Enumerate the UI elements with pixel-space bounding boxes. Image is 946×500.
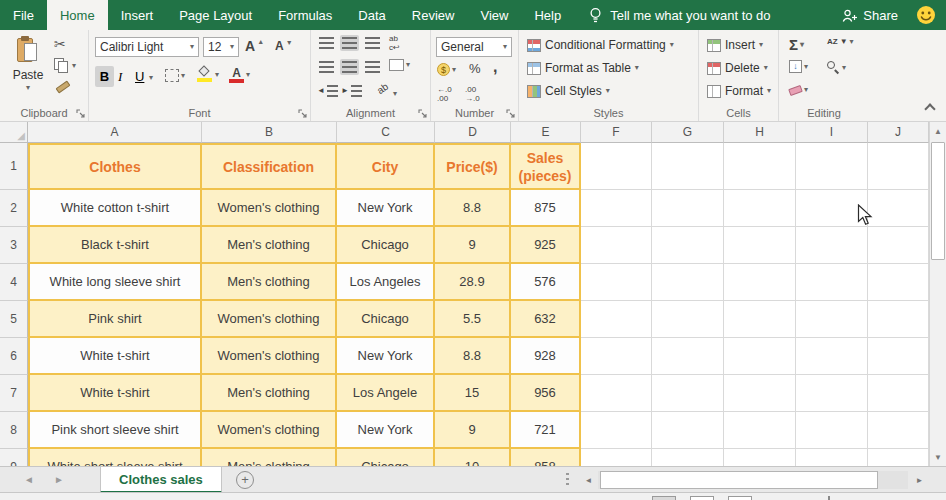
cell-F3[interactable]: [581, 227, 652, 264]
cell-C5[interactable]: Chicago: [337, 301, 435, 338]
cell-H6[interactable]: [724, 338, 796, 375]
cell-H1[interactable]: [724, 143, 796, 190]
fill-color-button[interactable]: ▾: [197, 67, 219, 82]
cell-F4[interactable]: [581, 264, 652, 301]
cell-B8[interactable]: Women's clothing: [202, 412, 337, 449]
vertical-scroll-thumb[interactable]: [931, 142, 945, 260]
center-button[interactable]: [340, 59, 359, 75]
cell-A4[interactable]: White long sleeve shirt: [28, 264, 202, 301]
number-dialog-launcher[interactable]: [506, 109, 515, 118]
font-name-select[interactable]: Calibri Light▾: [95, 37, 199, 57]
cell-E9[interactable]: 858: [511, 449, 581, 466]
smiley-icon[interactable]: [916, 5, 936, 25]
cell-A9[interactable]: White short sleeve shirt: [28, 449, 202, 466]
cell-C1[interactable]: City: [337, 143, 435, 190]
cell-C3[interactable]: Chicago: [337, 227, 435, 264]
zoom-slider[interactable]: [828, 496, 830, 500]
alignment-dialog-launcher[interactable]: [418, 109, 427, 118]
col-header-E[interactable]: E: [511, 122, 581, 143]
font-size-select[interactable]: 12▾: [203, 37, 239, 57]
number-format-select[interactable]: General▾: [436, 37, 512, 57]
row-header-1[interactable]: 1: [0, 143, 28, 190]
cell-J1[interactable]: [868, 143, 929, 190]
cell-C8[interactable]: New York: [337, 412, 435, 449]
cell-I3[interactable]: [796, 227, 868, 264]
format-cells-button[interactable]: Format▾: [707, 84, 771, 98]
cell-E3[interactable]: 925: [511, 227, 581, 264]
cell-D1[interactable]: Price($): [435, 143, 511, 190]
cell-F6[interactable]: [581, 338, 652, 375]
wrap-text-button[interactable]: abc↩: [389, 35, 400, 53]
cell-A5[interactable]: Pink shirt: [28, 301, 202, 338]
ribbon-tab-data[interactable]: Data: [345, 0, 398, 30]
row-header-5[interactable]: 5: [0, 301, 28, 338]
copy-button[interactable]: ▾: [54, 58, 76, 74]
cell-J4[interactable]: [868, 264, 929, 301]
new-sheet-button[interactable]: +: [236, 471, 254, 489]
paste-button[interactable]: Paste ▾: [8, 36, 48, 92]
increase-indent-button[interactable]: ►: [341, 85, 362, 97]
cell-F2[interactable]: [581, 190, 652, 227]
cell-H4[interactable]: [724, 264, 796, 301]
col-header-A[interactable]: A: [28, 122, 202, 143]
cell-A2[interactable]: White cotton t-shirt: [28, 190, 202, 227]
cell-J8[interactable]: [868, 412, 929, 449]
cell-B9[interactable]: Men's clothing: [202, 449, 337, 466]
accounting-format-button[interactable]: $▾: [437, 63, 456, 76]
cell-A8[interactable]: Pink short sleeve shirt: [28, 412, 202, 449]
cell-J3[interactable]: [868, 227, 929, 264]
autosum-button[interactable]: Σ▾: [789, 36, 804, 53]
bold-button[interactable]: B: [95, 66, 114, 87]
clear-button[interactable]: ▾: [789, 86, 808, 94]
col-header-D[interactable]: D: [435, 122, 511, 143]
cell-A1[interactable]: Clothes: [28, 143, 202, 190]
cell-B7[interactable]: Men's clothing: [202, 375, 337, 412]
cell-D2[interactable]: 8.8: [435, 190, 511, 227]
cell-B1[interactable]: Classification: [202, 143, 337, 190]
cell-G9[interactable]: [652, 449, 724, 466]
row-header-9[interactable]: 9: [0, 449, 28, 466]
sort-filter-button[interactable]: AZ▼▾: [827, 38, 854, 47]
top-align-button[interactable]: [319, 37, 334, 49]
hscroll-left-button[interactable]: ◄: [580, 470, 597, 490]
cell-styles-button[interactable]: Cell Styles▾: [527, 84, 610, 98]
cell-C6[interactable]: New York: [337, 338, 435, 375]
sheet-nav-right-icon[interactable]: ►: [54, 474, 64, 485]
find-select-button[interactable]: ▾: [827, 61, 846, 74]
row-header-6[interactable]: 6: [0, 338, 28, 375]
scroll-down-button[interactable]: ▼: [930, 449, 946, 465]
italic-button[interactable]: I: [118, 66, 132, 87]
normal-view-button[interactable]: [652, 496, 676, 500]
cell-B2[interactable]: Women's clothing: [202, 190, 337, 227]
decrease-decimal-button[interactable]: .00→.0: [465, 86, 480, 104]
cell-H2[interactable]: [724, 190, 796, 227]
cell-D7[interactable]: 15: [435, 375, 511, 412]
col-header-F[interactable]: F: [581, 122, 652, 143]
middle-align-button[interactable]: [340, 35, 359, 51]
col-header-H[interactable]: H: [724, 122, 796, 143]
cell-I7[interactable]: [796, 375, 868, 412]
collapse-ribbon-icon[interactable]: [924, 103, 935, 114]
align-right-button[interactable]: [365, 61, 380, 73]
align-left-button[interactable]: [319, 61, 334, 73]
cell-I8[interactable]: [796, 412, 868, 449]
ribbon-tab-help[interactable]: Help: [521, 0, 574, 30]
col-header-I[interactable]: I: [796, 122, 868, 143]
cell-H3[interactable]: [724, 227, 796, 264]
horizontal-scroll-thumb[interactable]: [600, 471, 878, 489]
cell-J2[interactable]: [868, 190, 929, 227]
sheet-nav-left-icon[interactable]: ◄: [24, 474, 34, 485]
ribbon-tab-file[interactable]: File: [0, 0, 47, 30]
tell-me[interactable]: Tell me what you want to do: [588, 0, 770, 30]
cell-G1[interactable]: [652, 143, 724, 190]
cell-C2[interactable]: New York: [337, 190, 435, 227]
col-header-C[interactable]: C: [337, 122, 435, 143]
hscroll-right-button[interactable]: ►: [911, 470, 928, 490]
row-header-8[interactable]: 8: [0, 412, 28, 449]
row-header-4[interactable]: 4: [0, 264, 28, 301]
cell-I9[interactable]: [796, 449, 868, 466]
shrink-font-button[interactable]: A▼: [275, 39, 293, 53]
cell-H7[interactable]: [724, 375, 796, 412]
tab-splitter-handle[interactable]: [566, 473, 569, 487]
cell-G4[interactable]: [652, 264, 724, 301]
